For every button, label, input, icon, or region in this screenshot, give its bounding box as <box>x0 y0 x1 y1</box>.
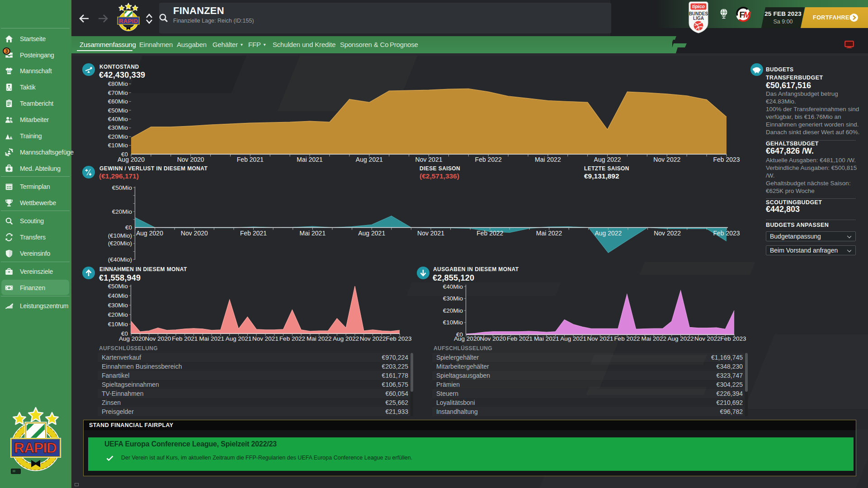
svg-text:Nov 2021: Nov 2021 <box>587 335 613 342</box>
svg-text:Feb 2021: Feb 2021 <box>172 335 198 342</box>
svg-text:(€10Mio): (€10Mio) <box>108 232 132 239</box>
svg-text:€80Mio: €80Mio <box>108 80 128 87</box>
svg-text:Nov 2020: Nov 2020 <box>145 335 171 342</box>
svg-text:Feb 2023: Feb 2023 <box>720 335 746 342</box>
svg-text:€30Mio: €30Mio <box>443 295 463 302</box>
svg-text:Nov 2022: Nov 2022 <box>654 230 681 237</box>
svg-text:Feb 2021: Feb 2021 <box>237 156 264 163</box>
svg-text:Feb 2021: Feb 2021 <box>507 335 533 342</box>
svg-text:Feb 2023: Feb 2023 <box>713 230 740 237</box>
svg-text:€50Mio: €50Mio <box>108 283 128 290</box>
svg-text:RAPID: RAPID <box>119 18 138 24</box>
svg-text:M: M <box>744 10 751 19</box>
svg-text:Aug 2021: Aug 2021 <box>356 156 383 163</box>
svg-text:Feb 2022: Feb 2022 <box>279 335 305 342</box>
svg-text:Mai 2021: Mai 2021 <box>199 335 224 342</box>
svg-text:RAPID: RAPID <box>14 440 57 456</box>
svg-text:Aug 2021: Aug 2021 <box>226 335 252 342</box>
svg-text:Nov 2020: Nov 2020 <box>181 230 208 237</box>
svg-text:€20Mio: €20Mio <box>443 307 463 314</box>
svg-text:Nov 2022: Nov 2022 <box>653 156 680 163</box>
svg-text:€10Mio: €10Mio <box>108 142 128 149</box>
svg-text:Nov 2020: Nov 2020 <box>480 335 506 342</box>
svg-text:Aug 2022: Aug 2022 <box>594 230 622 237</box>
svg-text:Feb 2023: Feb 2023 <box>386 335 411 342</box>
svg-text:Nov 2022: Nov 2022 <box>694 335 721 342</box>
svg-text:Nov 2020: Nov 2020 <box>177 156 204 163</box>
svg-text:Feb 2022: Feb 2022 <box>476 230 503 237</box>
svg-text:€20Mio: €20Mio <box>112 208 132 215</box>
svg-text:Mai 2022: Mai 2022 <box>535 156 561 163</box>
svg-text:Mai 2022: Mai 2022 <box>307 335 332 342</box>
svg-text:(€40Mio): (€40Mio) <box>108 256 132 263</box>
svg-text:€10Mio: €10Mio <box>108 321 128 328</box>
svg-text:Nov 2022: Nov 2022 <box>360 335 386 342</box>
svg-text:€50Mio: €50Mio <box>108 107 128 114</box>
svg-text:tipico: tipico <box>692 4 705 9</box>
svg-text:Mai 2021: Mai 2021 <box>297 156 323 163</box>
svg-text:€30Mio: €30Mio <box>108 124 128 131</box>
svg-text:€40Mio: €40Mio <box>443 283 463 290</box>
svg-text:Aug 2020: Aug 2020 <box>136 230 163 237</box>
svg-text:€70Mio: €70Mio <box>108 89 128 96</box>
svg-text:Aug 2020: Aug 2020 <box>118 156 145 163</box>
svg-text:Aug 2022: Aug 2022 <box>668 335 694 342</box>
svg-text:Mai 2021: Mai 2021 <box>534 335 559 342</box>
svg-text:Nov 2021: Nov 2021 <box>417 230 444 237</box>
svg-text:Aug 2020: Aug 2020 <box>454 335 480 342</box>
svg-text:Aug 2022: Aug 2022 <box>333 335 359 342</box>
svg-text:€60Mio: €60Mio <box>108 98 128 105</box>
svg-text:LIGA: LIGA <box>693 16 704 21</box>
svg-text:Nov 2021: Nov 2021 <box>415 156 443 163</box>
svg-text:Aug 2021: Aug 2021 <box>560 335 586 342</box>
svg-text:Aug 2020: Aug 2020 <box>119 335 145 342</box>
svg-text:€30Mio: €30Mio <box>108 302 128 309</box>
svg-text:€0: €0 <box>125 224 132 231</box>
svg-text:Nov 2021: Nov 2021 <box>252 335 278 342</box>
svg-text:€40Mio: €40Mio <box>108 292 128 299</box>
svg-text:Feb 2023: Feb 2023 <box>713 156 740 163</box>
svg-text:Aug 2022: Aug 2022 <box>594 156 621 163</box>
svg-text:€40Mio: €40Mio <box>108 116 128 122</box>
svg-text:Mai 2022: Mai 2022 <box>641 335 666 342</box>
svg-text:Feb 2021: Feb 2021 <box>240 230 267 237</box>
svg-text:€50Mio: €50Mio <box>112 184 132 191</box>
svg-text:Feb 2022: Feb 2022 <box>614 335 640 342</box>
svg-text:€10Mio: €10Mio <box>443 319 463 326</box>
svg-text:Mai 2022: Mai 2022 <box>536 230 562 237</box>
svg-text:11: 11 <box>7 70 11 74</box>
svg-text:Feb 2022: Feb 2022 <box>475 156 502 163</box>
svg-text:€20Mio: €20Mio <box>108 133 128 140</box>
svg-text:(€20Mio): (€20Mio) <box>108 240 132 247</box>
svg-text:Mai 2021: Mai 2021 <box>300 230 326 237</box>
svg-text:Aug 2021: Aug 2021 <box>358 230 385 237</box>
svg-text:€20Mio: €20Mio <box>108 311 128 318</box>
